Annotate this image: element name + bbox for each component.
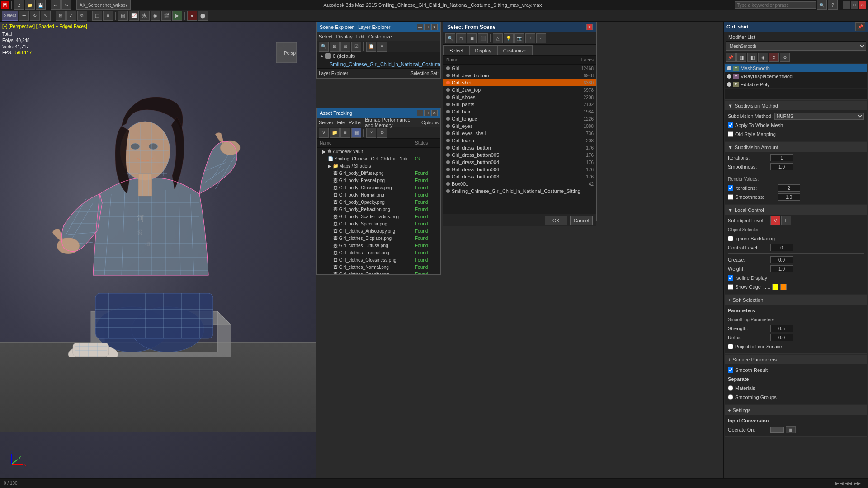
mod-bulb[interactable] — [727, 82, 731, 87]
at-vault-btn[interactable]: V — [319, 128, 329, 138]
se-icon-btn[interactable]: 📋 — [366, 42, 376, 52]
iterations-input[interactable] — [770, 154, 793, 161]
obj-Girl-leash[interactable]: Girl_leash 208 — [443, 137, 596, 144]
at-img-7[interactable]: 🖼 Girl_body_Scatter_radius.png Found — [317, 213, 440, 220]
render-smooth-check[interactable] — [728, 194, 733, 200]
save-btn[interactable]: 💾 — [36, 0, 46, 10]
ignore-backfacing-check[interactable] — [728, 236, 733, 241]
object-list[interactable]: Girl 12468 Girl_Jaw_bottom 6948 Girl_shi… — [443, 65, 596, 214]
mod-paste-btn[interactable]: ◧ — [747, 53, 757, 62]
snap-angle-btn[interactable]: ∠ — [66, 11, 76, 21]
select-cancel-btn[interactable]: Cancel — [570, 216, 593, 225]
material-btn[interactable]: ◉ — [151, 11, 160, 21]
mod-pin2-btn[interactable]: 📌 — [726, 53, 736, 62]
obj-Girl-shoes[interactable]: Girl_shoes 2208 — [443, 94, 596, 101]
undo-btn[interactable]: ↩ — [51, 0, 61, 10]
strength-input[interactable] — [770, 325, 793, 332]
open-btn[interactable]: 📁 — [25, 0, 35, 10]
tab-customize[interactable]: Customize — [497, 45, 533, 55]
menu-select[interactable]: Select — [319, 34, 333, 39]
at-img-11[interactable]: 🖼 Girl_clothes_Diffuse.png Found — [317, 242, 440, 249]
align-btn[interactable]: ≡ — [103, 11, 113, 21]
obj-Girl-dress-btn005[interactable]: Girl_dress_button005 176 — [443, 151, 596, 159]
local-control-header[interactable]: ▼ Local Control — [725, 206, 867, 215]
obj-Smiling-girl[interactable]: Smiling_Chinese_Girl_Child_in_National_C… — [443, 188, 596, 195]
sel-all-btn[interactable]: ◻ — [456, 33, 466, 43]
at-main-file[interactable]: 📄 Smiling_Chinese_Girl_Child_in_National… — [317, 155, 440, 162]
auto-key-btn[interactable]: ● — [187, 11, 197, 21]
obj-Girl-jaw-bottom[interactable]: Girl_Jaw_bottom 6948 — [443, 72, 596, 79]
showcage-check[interactable] — [728, 284, 733, 290]
select-scene-close[interactable]: ✕ — [586, 24, 593, 30]
se-select-btn[interactable]: ☑ — [351, 42, 361, 52]
tree-item-default[interactable]: ▶ 0 (default) — [317, 52, 440, 60]
se-collapse-btn[interactable]: ⊟ — [340, 42, 350, 52]
sel-none-btn[interactable]: ◼ — [467, 33, 477, 43]
help-btn[interactable]: ? — [828, 0, 838, 10]
se-expand-btn[interactable]: ⊞ — [330, 42, 340, 52]
surface-params-header[interactable]: + Surface Parameters — [725, 355, 867, 364]
mirror-btn[interactable]: ◫ — [92, 11, 102, 21]
at-menu-file[interactable]: File — [337, 120, 345, 125]
schematic-btn[interactable]: 🕸 — [140, 11, 150, 21]
obj-Girl-eyes-shell[interactable]: Girl_eyes_shell 736 — [443, 130, 596, 137]
search-input[interactable] — [735, 1, 816, 9]
at-img-10[interactable]: 🖼 Girl_clothes_Dicplace.png Found — [317, 235, 440, 242]
viewport-canvas[interactable]: .wire { fill: none; stroke: #88aacc; str… — [0, 22, 316, 478]
render-iter-check[interactable] — [728, 185, 733, 191]
obj-Box001[interactable]: Box001 42 — [443, 180, 596, 188]
cage-color-swatch1[interactable] — [772, 284, 778, 290]
mod-meshsmooth[interactable]: M MeshSmooth — [725, 64, 867, 72]
old-style-check[interactable] — [728, 131, 733, 137]
render-setup-btn[interactable]: 🎬 — [161, 11, 171, 21]
layer-mgr-btn[interactable]: ▤ — [118, 11, 128, 21]
tab-select[interactable]: Select — [443, 45, 469, 55]
mod-bulb[interactable] — [727, 66, 731, 70]
select-btn[interactable]: Select — [2, 11, 18, 21]
select-ok-btn[interactable]: OK — [545, 216, 567, 225]
obj-Girl-dress-btn003[interactable]: Girl_dress_button003 176 — [443, 173, 596, 180]
obj-Girl-shirt[interactable]: Girl_shirt 6380 — [443, 79, 596, 86]
menu-customize[interactable]: Customize — [368, 34, 392, 39]
asset-tree[interactable]: ▶ 🏛 Autodesk Vault 📄 Smiling_Chinese_Gir… — [317, 148, 440, 274]
scene-explorer-maximize[interactable]: □ — [424, 24, 430, 30]
at-menu-server[interactable]: Server — [319, 120, 333, 125]
menu-display[interactable]: Display — [336, 34, 353, 39]
subobj-e-btn[interactable]: E — [781, 216, 791, 225]
soft-selection-header[interactable]: + Soft Selection — [725, 296, 867, 305]
menu-edit[interactable]: Edit — [356, 34, 365, 39]
scale-btn[interactable]: ⤡ — [41, 11, 51, 21]
at-minimize[interactable]: — — [417, 110, 423, 116]
at-vault[interactable]: ▶ 🏛 Autodesk Vault — [317, 148, 440, 155]
at-img-5[interactable]: 🖼 Girl_body_Opacity.png Found — [317, 198, 440, 206]
apply-whole-mesh-check[interactable] — [728, 122, 733, 128]
weight-input[interactable] — [770, 265, 793, 272]
mod-delete-btn[interactable]: ✕ — [769, 53, 779, 62]
project-check[interactable] — [728, 344, 733, 349]
se-filter-btn[interactable]: 🔍 — [319, 42, 329, 52]
materials-radio[interactable] — [728, 385, 733, 391]
move-btn[interactable]: ✛ — [19, 11, 29, 21]
crease-input[interactable] — [770, 256, 793, 263]
workspace-dropdown[interactable]: AK_Screenshot_wrksp ▾ — [76, 0, 131, 10]
mod-bulb[interactable] — [727, 74, 731, 79]
search-btn[interactable]: 🔍 — [817, 0, 827, 10]
obj-Girl-dress-btn[interactable]: Girl_dress_button 176 — [443, 144, 596, 151]
snap-pct-btn[interactable]: % — [77, 11, 87, 21]
at-img-9[interactable]: 🖼 Girl_clothes_Anisotropy.png Found — [317, 227, 440, 235]
viewport[interactable]: [+] [Perspective] [ Shaded + Edged Faces… — [0, 22, 316, 478]
at-img-8[interactable]: 🖼 Girl_body_Specular.png Found — [317, 220, 440, 227]
at-img-13[interactable]: 🖼 Girl_clothes_Glossiness.png Found — [317, 256, 440, 263]
sel-find-btn[interactable]: 🔍 — [445, 33, 455, 43]
at-close[interactable]: ✕ — [431, 110, 438, 116]
smooth-result-check[interactable] — [728, 367, 733, 373]
obj-Girl-jaw-top[interactable]: Girl_Jaw_top 3978 — [443, 86, 596, 94]
mod-pin-btn[interactable]: 📌 — [855, 22, 865, 31]
subdivision-method-header[interactable]: ▼ Subdivision Method — [725, 101, 867, 110]
at-folder-btn[interactable]: 📁 — [330, 128, 340, 138]
close-btn[interactable]: ✕ — [859, 1, 866, 9]
at-list-btn[interactable]: ≡ — [340, 128, 350, 138]
render-smooth-input[interactable] — [778, 193, 800, 201]
smoothing-groups-radio[interactable] — [728, 394, 733, 400]
at-maps-folder[interactable]: ▶ 📁 Maps / Shaders — [317, 162, 440, 169]
